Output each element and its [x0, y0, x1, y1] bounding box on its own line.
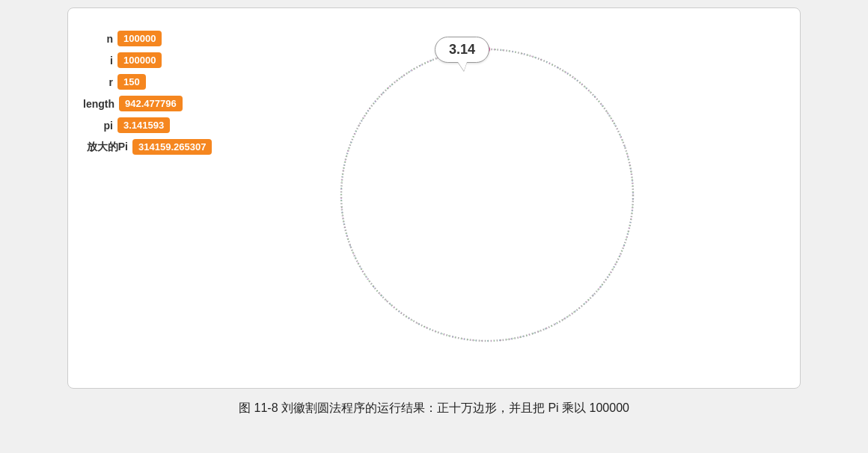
- var-row-i: i 100000: [83, 52, 212, 68]
- var-label-n: n: [83, 33, 113, 45]
- var-label-pi: pi: [83, 120, 113, 132]
- var-row-pi: pi 3.141593: [83, 117, 212, 133]
- bubble-value: 3.14: [449, 42, 475, 57]
- svg-point-0: [341, 49, 633, 341]
- variables-panel: n 100000 i 100000 r 150 length 942.47779…: [83, 31, 212, 155]
- var-row-n: n 100000: [83, 31, 212, 46]
- var-value-r: 150: [117, 74, 146, 90]
- var-value-bigpi: 314159.265307: [132, 139, 212, 155]
- var-value-length: 942.477796: [119, 96, 183, 111]
- polygon-circle-svg: [323, 31, 652, 360]
- svg-point-3: [341, 49, 633, 341]
- svg-point-1: [341, 49, 633, 341]
- var-label-r: r: [83, 76, 113, 88]
- visualization-container: n 100000 i 100000 r 150 length 942.47779…: [67, 7, 801, 389]
- var-value-i: 100000: [117, 52, 162, 68]
- var-row-length: length 942.477796: [83, 96, 212, 111]
- var-label-length: length: [83, 98, 114, 110]
- var-row-bigpi: 放大的Pi 314159.265307: [83, 139, 212, 155]
- speech-bubble: 3.14: [435, 37, 489, 63]
- var-value-n: 100000: [117, 31, 162, 46]
- canvas-area: 3.14: [203, 16, 771, 375]
- var-label-bigpi: 放大的Pi: [83, 141, 128, 154]
- figure-caption: 图 11-8 刘徽割圆法程序的运行结果：正十万边形，并且把 Pi 乘以 1000…: [239, 401, 629, 416]
- svg-point-4: [341, 49, 633, 341]
- var-value-pi: 3.141593: [117, 117, 170, 133]
- svg-point-2: [341, 49, 633, 341]
- var-label-i: i: [83, 55, 113, 67]
- var-row-r: r 150: [83, 74, 212, 90]
